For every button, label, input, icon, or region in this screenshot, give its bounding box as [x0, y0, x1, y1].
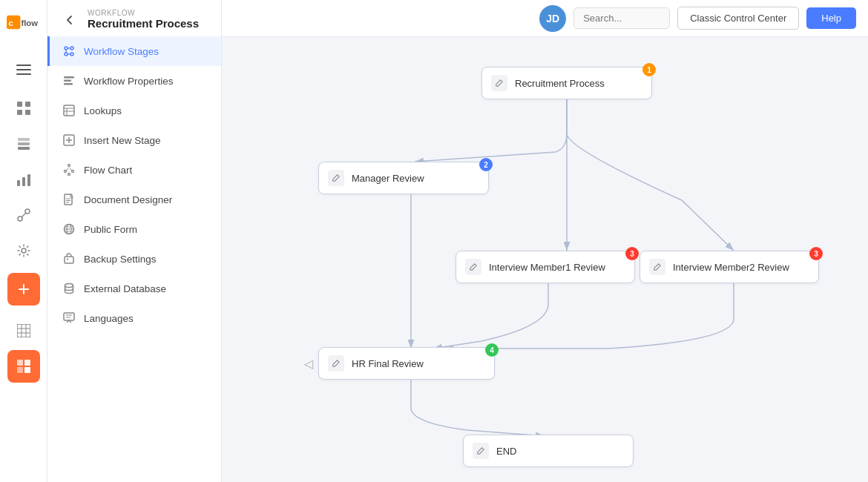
- svg-rect-67: [64, 313, 74, 320]
- svg-rect-22: [17, 324, 30, 337]
- svg-rect-5: [16, 73, 31, 75]
- menu-item-languages[interactable]: Languages: [47, 303, 221, 333]
- menu-item-lookups[interactable]: Lookups: [47, 96, 221, 125]
- node-end[interactable]: END: [463, 435, 634, 467]
- menu-item-workflow-stages[interactable]: Workflow Stages: [47, 36, 221, 66]
- svg-line-54: [70, 168, 72, 171]
- svg-rect-29: [17, 367, 23, 373]
- node-label: Manager Review: [352, 173, 476, 184]
- node-badge: 2: [479, 158, 493, 171]
- classic-control-button[interactable]: Classic Control Center: [677, 7, 799, 30]
- svg-rect-10: [18, 138, 30, 141]
- menu-item-label: External Database: [84, 283, 166, 294]
- help-button[interactable]: Help: [806, 7, 856, 29]
- node-label: END: [496, 446, 621, 457]
- svg-point-49: [65, 171, 67, 173]
- menu-item-insert-stage[interactable]: Insert New Stage: [47, 125, 221, 155]
- menu-item-label: Lookups: [84, 105, 122, 116]
- svg-rect-30: [24, 367, 30, 373]
- node-badge: 3: [625, 247, 639, 260]
- svg-rect-9: [25, 110, 30, 115]
- svg-point-51: [68, 174, 70, 176]
- nav-layers-button[interactable]: [7, 128, 40, 160]
- menu-item-label: Backup Settings: [84, 254, 157, 265]
- svg-point-32: [70, 47, 73, 50]
- svg-line-53: [66, 168, 68, 171]
- svg-rect-3: [16, 65, 31, 66]
- svg-point-50: [72, 171, 74, 173]
- document-icon: [62, 192, 76, 207]
- icon-sidebar: c flow: [0, 0, 47, 482]
- node-badge: 1: [642, 63, 656, 76]
- svg-rect-28: [24, 360, 30, 366]
- node-badge: 3: [809, 247, 823, 260]
- node-recruitment-process[interactable]: Recruitment Process 1: [481, 67, 652, 99]
- edit-icon[interactable]: [473, 443, 489, 459]
- menu-item-external-database[interactable]: External Database: [47, 274, 221, 303]
- nav-palette-button[interactable]: [7, 350, 40, 383]
- nav-grid-button[interactable]: [7, 92, 40, 125]
- menu-item-label: Document Designer: [84, 194, 172, 205]
- public-icon: [62, 222, 76, 237]
- insert-icon: [62, 133, 76, 148]
- edit-icon[interactable]: [491, 75, 507, 91]
- node-manager-review[interactable]: Manager Review 2: [318, 162, 489, 194]
- edit-icon[interactable]: [328, 170, 344, 186]
- edit-icon[interactable]: [328, 355, 344, 372]
- avatar: JD: [539, 5, 566, 32]
- svg-rect-40: [64, 83, 73, 85]
- menu-item-public-form[interactable]: Public Form: [47, 214, 221, 244]
- menu-item-workflow-properties[interactable]: Workflow Properties: [47, 66, 221, 96]
- svg-rect-7: [25, 102, 30, 107]
- node-hr-final-review[interactable]: HR Final Review 4 ◁: [318, 347, 495, 380]
- menu-item-document-designer[interactable]: Document Designer: [47, 185, 221, 214]
- svg-point-31: [65, 47, 68, 50]
- back-button[interactable]: [59, 10, 80, 30]
- edit-icon[interactable]: [649, 259, 665, 275]
- menu-item-label: Flow Chart: [84, 165, 132, 176]
- sidebar-header: WORKFLOW Recruitment Process: [47, 0, 221, 36]
- menu-sidebar: WORKFLOW Recruitment Process Workflow St…: [47, 0, 222, 482]
- logo: c flow: [1, 6, 47, 42]
- svg-rect-13: [17, 180, 20, 186]
- main-area: JD Classic Control Center Help: [222, 0, 868, 482]
- svg-rect-38: [64, 76, 74, 79]
- svg-text:flow: flow: [21, 19, 38, 27]
- menu-item-backup-settings[interactable]: Backup Settings: [47, 244, 221, 274]
- svg-rect-27: [17, 360, 23, 366]
- svg-point-34: [70, 53, 73, 56]
- node-badge: 4: [485, 343, 499, 357]
- svg-rect-8: [17, 110, 22, 115]
- menu-item-flow-chart[interactable]: Flow Chart: [47, 155, 221, 185]
- nav-table-button[interactable]: [7, 314, 40, 347]
- flow-canvas[interactable]: Recruitment Process 1 Manager Review 2 I…: [222, 37, 868, 482]
- svg-point-48: [68, 165, 70, 167]
- menu-item-label: Insert New Stage: [84, 135, 161, 146]
- add-button[interactable]: [7, 273, 40, 306]
- node-label: HR Final Review: [352, 358, 482, 369]
- lookups-icon: [62, 103, 76, 118]
- topbar: JD Classic Control Center Help: [222, 0, 868, 37]
- languages-icon: [62, 311, 76, 326]
- flow-icon: [62, 162, 76, 177]
- nav-settings-button[interactable]: [7, 234, 40, 267]
- node-label: Interview Member2 Review: [673, 262, 806, 273]
- nav-reports-button[interactable]: [7, 163, 40, 196]
- svg-rect-4: [16, 69, 31, 70]
- incoming-arrow: ◁: [304, 357, 313, 371]
- menu-item-label: Public Form: [84, 224, 137, 235]
- search-input[interactable]: [573, 7, 670, 29]
- hamburger-button[interactable]: [7, 53, 40, 86]
- edit-icon[interactable]: [465, 259, 481, 275]
- menu-item-label: Workflow Properties: [84, 76, 174, 87]
- svg-text:c: c: [8, 19, 13, 27]
- svg-rect-65: [67, 259, 68, 260]
- svg-rect-14: [22, 177, 25, 186]
- svg-rect-12: [18, 147, 30, 150]
- node-label: Interview Member1 Review: [489, 262, 622, 273]
- node-interview-member1[interactable]: Interview Member1 Review 3: [456, 251, 635, 283]
- menu-item-label: Workflow Stages: [84, 46, 159, 57]
- node-interview-member2[interactable]: Interview Member2 Review 3: [640, 251, 819, 283]
- backup-icon: [62, 251, 76, 266]
- nav-analytics-button[interactable]: [7, 199, 40, 231]
